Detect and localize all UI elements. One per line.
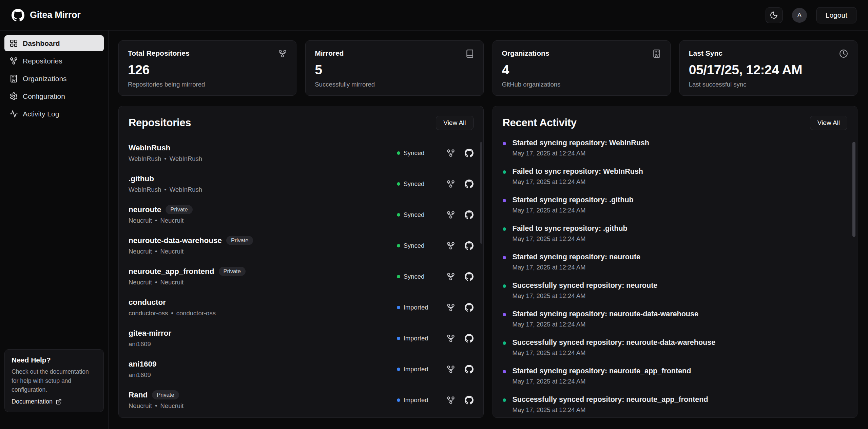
git-fork-icon[interactable] [446, 149, 455, 157]
github-icon[interactable] [465, 149, 474, 157]
repo-destination: Neucruit [160, 279, 184, 286]
git-fork-icon[interactable] [446, 241, 455, 250]
private-badge: Private [226, 236, 253, 245]
repo-owner-line: Neucruit • Neucruit [129, 279, 246, 286]
status-dot [397, 398, 400, 402]
header-actions: A Logout [766, 7, 856, 23]
status-dot [397, 244, 400, 247]
activity-dot [503, 370, 506, 373]
activity-time: May 17, 2025 at 12:24 AM [513, 150, 649, 157]
repositories-panel: Repositories View All WebInRush Private [118, 106, 484, 418]
documentation-link[interactable]: Documentation [12, 398, 62, 405]
repo-row: neuroute-data-warehouse Private Neucruit… [129, 230, 474, 261]
repo-status: Synced [397, 242, 437, 249]
git-fork-icon [278, 49, 287, 58]
status-dot [397, 213, 400, 217]
repo-owner: WebInRush [129, 186, 161, 193]
github-icon[interactable] [465, 334, 474, 343]
bullet-separator: • [164, 186, 166, 193]
bullet-separator: • [171, 310, 173, 317]
status-label: Synced [404, 242, 425, 249]
stat-subtitle: Last successful sync [689, 81, 848, 88]
private-badge: Private [219, 267, 246, 276]
git-fork-icon[interactable] [446, 396, 455, 405]
activity-item: Successfully synced repository: neuroute… [503, 338, 848, 357]
github-icon[interactable] [465, 396, 474, 405]
bullet-separator: • [155, 279, 157, 286]
github-icon[interactable] [465, 303, 474, 312]
github-icon[interactable] [465, 180, 474, 188]
scrollbar-thumb[interactable] [852, 142, 855, 237]
status-dot [397, 368, 400, 371]
status-label: Synced [404, 180, 425, 188]
repo-name: neuroute [129, 205, 161, 214]
main-content: Total Repositories 126 Repositories bein… [109, 31, 868, 429]
sidebar-item-configuration[interactable]: Configuration [4, 88, 104, 104]
activity-item: Started syncing repository: neuroute_app… [503, 367, 848, 385]
avatar[interactable]: A [792, 8, 807, 23]
help-card: Need Help? Check out the documentation f… [4, 349, 104, 412]
repo-row: .github Private WebInRush • WebInRush [129, 168, 474, 199]
activity-text: Started syncing repository: neuroute_app… [513, 367, 691, 375]
git-fork-icon[interactable] [446, 303, 455, 312]
repo-owner: ani1609 [129, 371, 151, 379]
activity-text: Successfully synced repository: neuroute [513, 281, 658, 290]
repositories-view-all-button[interactable]: View All [436, 116, 473, 130]
activity-dot [503, 398, 506, 402]
repo-row: neuroute_app_frontend Private Neucruit •… [129, 261, 474, 292]
repo-name: neuroute-data-warehouse [129, 236, 222, 245]
private-badge: Private [166, 205, 192, 214]
git-fork-icon[interactable] [446, 334, 455, 343]
git-fork-icon[interactable] [446, 180, 455, 188]
stat-value: 4 [502, 62, 661, 77]
stat-title: Organizations [502, 49, 549, 57]
activity-item: Started syncing repository: neuroute May… [503, 253, 848, 271]
git-fork-icon[interactable] [446, 365, 455, 374]
activity-dot [503, 170, 506, 174]
git-fork-icon[interactable] [446, 272, 455, 281]
activity-item: Started syncing repository: .github May … [503, 196, 848, 214]
repo-row: Rand Private Neucruit • Neucruit [129, 385, 474, 415]
sidebar-item-organizations[interactable]: Organizations [4, 71, 104, 87]
sidebar-item-dashboard[interactable]: Dashboard [4, 35, 104, 51]
sidebar-item-activity-log[interactable]: Activity Log [4, 106, 104, 122]
recent-activity-panel: Recent Activity View All Started syncing… [493, 106, 858, 418]
activity-text: Successfully synced repository: neuroute… [513, 338, 716, 347]
stat-subtitle: Repositories being mirrored [128, 81, 287, 88]
activity-time: May 17, 2025 at 12:24 AM [513, 235, 628, 243]
repo-owner-line: ani1609 • [129, 371, 157, 379]
activity-list: Started syncing repository: WebInRush Ma… [503, 139, 848, 414]
activity-dot [503, 341, 506, 345]
documentation-link-label: Documentation [12, 398, 53, 405]
bullet-separator: • [155, 248, 157, 255]
header: Gitea Mirror A Logout [0, 0, 868, 31]
scrollbar-thumb[interactable] [480, 142, 482, 244]
theme-toggle-button[interactable] [766, 7, 783, 23]
activity-time: May 17, 2025 at 12:24 AM [513, 321, 698, 328]
activity-text: Failed to sync repository: .github [513, 224, 628, 233]
activity-view-all-button[interactable]: View All [810, 116, 847, 130]
github-icon[interactable] [465, 241, 474, 250]
stat-title: Total Repositories [128, 49, 190, 57]
github-icon[interactable] [465, 365, 474, 374]
activity-time: May 17, 2025 at 12:24 AM [513, 264, 641, 271]
repo-destination: conductor-oss [176, 310, 216, 317]
sidebar-item-label: Activity Log [23, 110, 59, 118]
stat-subtitle: GitHub organizations [502, 81, 661, 88]
github-icon[interactable] [465, 272, 474, 281]
repo-name: .github [129, 174, 154, 183]
github-icon[interactable] [465, 210, 474, 219]
repo-owner: conductor-oss [129, 310, 168, 317]
activity-dot [503, 227, 506, 231]
activity-item: Failed to sync repository: .github May 1… [503, 224, 848, 243]
repo-destination: WebInRush [170, 186, 202, 193]
help-body: Check out the documentation for help wit… [12, 367, 97, 394]
activity-dot [503, 142, 506, 145]
sidebar-item-label: Organizations [23, 75, 67, 83]
activity-dot [503, 256, 506, 259]
logout-button[interactable]: Logout [816, 7, 856, 23]
git-fork-icon[interactable] [446, 210, 455, 219]
sidebar-item-repositories[interactable]: Repositories [4, 53, 104, 69]
bullet-separator: • [164, 155, 166, 163]
stat-value: 05/17/25, 12:24 AM [689, 62, 848, 77]
